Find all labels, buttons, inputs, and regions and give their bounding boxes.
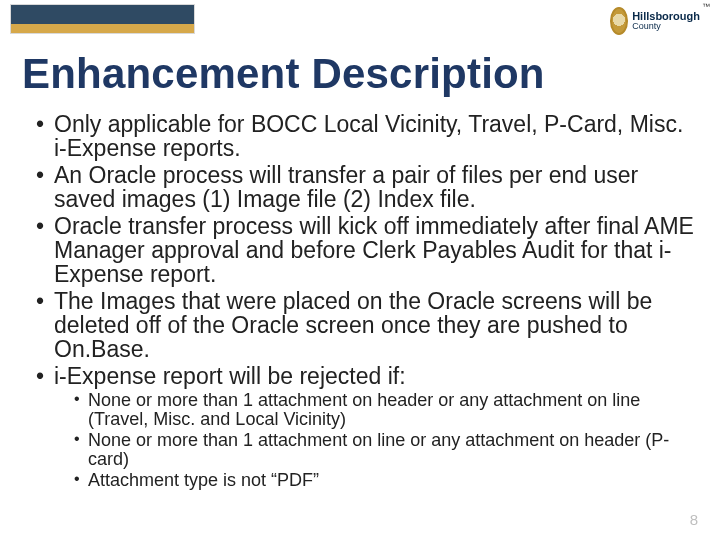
sub-bullet-list: None or more than 1 attachment on header… [54, 391, 698, 490]
left-logo-stripe [11, 24, 194, 33]
bullet-text: The Images that were placed on the Oracl… [54, 288, 652, 363]
list-item: Attachment type is not “PDF” [76, 471, 698, 490]
sub-bullet-text: None or more than 1 attachment on line o… [88, 430, 669, 469]
list-item: Oracle transfer process will kick off im… [40, 214, 698, 287]
left-logo [10, 4, 195, 34]
county-line2: County [632, 21, 661, 31]
bullet-text: An Oracle process will transfer a pair o… [54, 162, 638, 212]
sub-bullet-text: None or more than 1 attachment on header… [88, 390, 640, 429]
bullet-text: Oracle transfer process will kick off im… [54, 213, 694, 288]
right-logo: Hillsborough County [610, 4, 700, 38]
sub-bullet-text: Attachment type is not “PDF” [88, 470, 319, 490]
seal-icon [610, 7, 628, 35]
list-item: The Images that were placed on the Oracl… [40, 289, 698, 362]
list-item: An Oracle process will transfer a pair o… [40, 163, 698, 212]
slide: Hillsborough County ™ Enhancement Descri… [0, 0, 720, 540]
list-item: None or more than 1 attachment on line o… [76, 431, 698, 469]
main-bullet-list: Only applicable for BOCC Local Vicinity,… [22, 112, 698, 491]
county-text: Hillsborough County [632, 11, 700, 31]
bullet-text: i-Expense report will be rejected if: [54, 363, 406, 389]
bullet-text: Only applicable for BOCC Local Vicinity,… [54, 111, 683, 161]
page-title: Enhancement Description [22, 50, 698, 98]
list-item: None or more than 1 attachment on header… [76, 391, 698, 429]
header-bar: Hillsborough County ™ [0, 0, 720, 44]
list-item: i-Expense report will be rejected if: No… [40, 364, 698, 491]
list-item: Only applicable for BOCC Local Vicinity,… [40, 112, 698, 161]
trademark: ™ [702, 2, 710, 11]
page-number: 8 [690, 511, 698, 528]
